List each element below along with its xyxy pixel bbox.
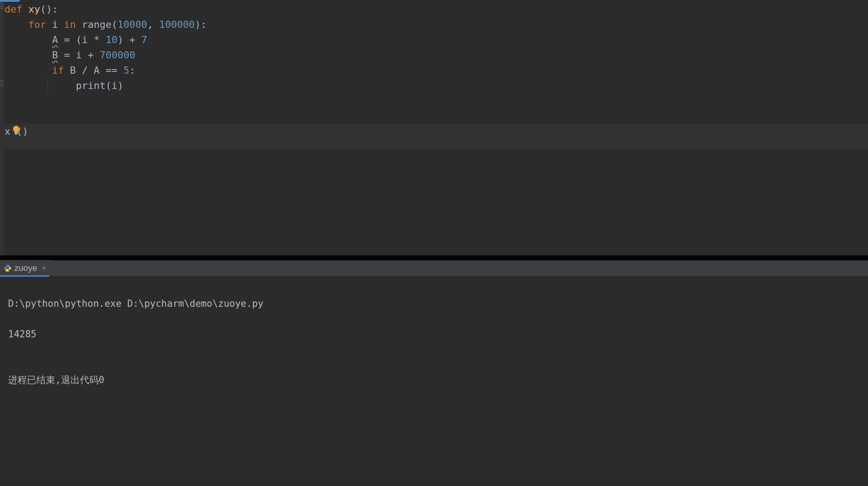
python-file-icon: [4, 264, 12, 272]
console-line: 进程已结束,退出代码0: [8, 372, 860, 388]
panel-splitter[interactable]: [0, 255, 868, 261]
console-output[interactable]: D:\python\python.exe D:\pycharm\demo\zuo…: [0, 276, 868, 486]
fold-mark-icon[interactable]: [0, 3, 4, 9]
svg-rect-2: [15, 134, 18, 135]
ide-root: def xy(): for i in range(10000, 100000):…: [0, 0, 868, 486]
svg-rect-1: [14, 132, 18, 134]
run-tab-bar: zuoye ×: [0, 261, 868, 276]
close-tab-icon[interactable]: ×: [42, 264, 46, 273]
source-code[interactable]: def xy(): for i in range(10000, 100000):…: [4, 2, 868, 139]
code-editor-pane[interactable]: def xy(): for i in range(10000, 100000):…: [0, 0, 868, 255]
console-line: D:\python\python.exe D:\pycharm\demo\zuo…: [8, 296, 860, 311]
run-tab-active-underline: [0, 275, 49, 277]
run-tool-window: zuoye × D:\python\python.exe D:\pycharm\…: [0, 261, 868, 486]
fold-mark-icon[interactable]: [0, 80, 4, 86]
run-tab-zuoye[interactable]: zuoye ×: [0, 260, 52, 276]
svg-point-0: [13, 126, 19, 132]
run-tab-label: zuoye: [14, 263, 37, 273]
console-line: 14285: [8, 327, 860, 342]
intention-bulb-icon[interactable]: [12, 125, 21, 136]
